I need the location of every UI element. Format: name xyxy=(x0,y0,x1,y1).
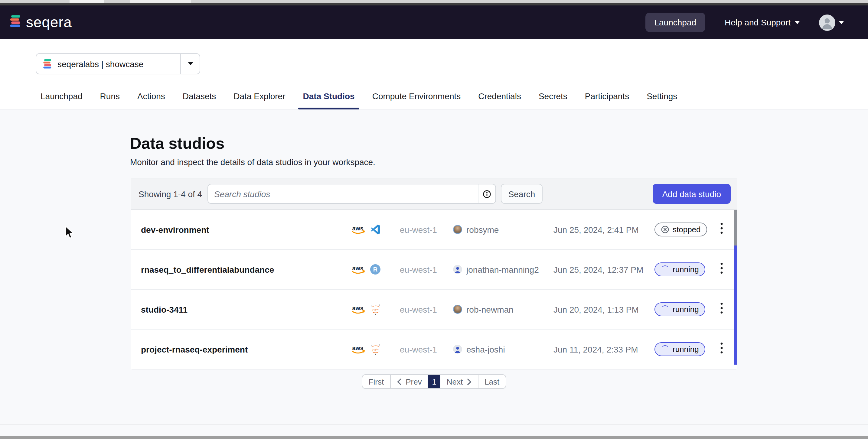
svg-text:aws: aws xyxy=(352,305,363,311)
tab-runs[interactable]: Runs xyxy=(95,91,125,109)
user-name: esha-joshi xyxy=(466,344,505,354)
pagination-last[interactable]: Last xyxy=(478,375,505,388)
created-date: Jun 11, 2024, 2:33 PM xyxy=(542,344,645,354)
search-button[interactable]: Search xyxy=(501,184,542,204)
status-label: running xyxy=(673,265,699,274)
status-cell: running xyxy=(645,262,708,276)
launchpad-button[interactable]: Launchpad xyxy=(645,13,705,32)
status-cell: running xyxy=(645,302,708,316)
chevron-down-icon xyxy=(839,21,844,24)
studio-icons: awsjupyter xyxy=(341,304,388,315)
screen: seqera Launchpad Help and Support xyxy=(0,0,868,439)
vscode-icon xyxy=(370,224,380,234)
status-label: stopped xyxy=(673,225,701,234)
row-menu-button[interactable] xyxy=(708,262,737,276)
page-subtitle: Monitor and inspect the details of data … xyxy=(130,157,868,167)
studio-icons: aws xyxy=(341,224,388,234)
studio-region: eu-west-1 xyxy=(388,344,441,354)
tab-data-explorer[interactable]: Data Explorer xyxy=(229,91,290,109)
help-and-support-menu[interactable]: Help and Support xyxy=(725,18,800,27)
chevron-down-icon xyxy=(795,21,800,24)
workspace-dropdown-button[interactable] xyxy=(181,62,199,65)
window-chrome-top xyxy=(0,0,868,3)
results-count: Showing 1-4 of 4 xyxy=(138,189,208,199)
window-chrome-divider xyxy=(0,3,868,5)
brand[interactable]: seqera xyxy=(10,14,72,31)
row-menu-button[interactable] xyxy=(708,302,737,316)
pagination-next[interactable]: Next xyxy=(441,375,478,388)
row-menu-button[interactable] xyxy=(708,342,737,356)
user-menu[interactable] xyxy=(819,14,844,31)
studio-icons: awsjupyter xyxy=(341,343,388,355)
scrollbar-thumb[interactable] xyxy=(734,210,737,246)
studio-region: eu-west-1 xyxy=(388,225,441,234)
chevron-left-icon xyxy=(397,378,401,385)
row-menu-button[interactable] xyxy=(708,222,737,237)
studio-user: robsyme xyxy=(441,225,542,234)
tab-participants[interactable]: Participants xyxy=(580,91,634,109)
svg-text:R: R xyxy=(373,266,378,273)
tab-launchpad[interactable]: Launchpad xyxy=(36,91,87,109)
navbar-actions: Launchpad Help and Support xyxy=(645,13,844,32)
studio-region: eu-west-1 xyxy=(388,264,441,274)
svg-text:aws: aws xyxy=(352,344,363,351)
table-row: dev-environmentawseu-west-1robsymeJun 25… xyxy=(131,210,737,249)
tab-actions[interactable]: Actions xyxy=(132,91,170,109)
table-toolbar: Showing 1-4 of 4 Search Add data studio xyxy=(131,178,737,210)
window-chrome-bottom xyxy=(0,436,868,439)
studio-name[interactable]: rnaseq_to_differentialabundance xyxy=(131,264,341,274)
help-and-support-label: Help and Support xyxy=(725,18,790,27)
svg-text:aws: aws xyxy=(352,264,363,271)
pagination-current-page[interactable]: 1 xyxy=(428,375,441,388)
status-badge: running xyxy=(654,342,706,356)
seqera-logo-icon xyxy=(10,14,21,31)
add-data-studio-button[interactable]: Add data studio xyxy=(652,184,731,204)
studio-name[interactable]: dev-environment xyxy=(131,225,341,234)
aws-icon: aws xyxy=(351,264,366,274)
table-row: project-rnaseq-experimentawsjupytereu-we… xyxy=(131,329,737,369)
aws-icon: aws xyxy=(351,305,366,314)
spinner-icon xyxy=(661,305,669,313)
pagination: First Prev 1 Next Last xyxy=(362,374,506,389)
created-date: Jun 25, 2024, 12:37 PM xyxy=(542,264,645,274)
workspace-tabs: LaunchpadRunsActionsDatasetsData Explore… xyxy=(36,91,682,109)
aws-icon: aws xyxy=(351,225,366,234)
user-name: rob-newman xyxy=(466,305,514,314)
user-name: robsyme xyxy=(466,225,499,234)
tab-settings[interactable]: Settings xyxy=(642,91,682,109)
aws-icon: aws xyxy=(351,344,366,354)
search-box xyxy=(208,184,496,204)
user-generic-avatar xyxy=(453,345,462,354)
seqera-logo-icon xyxy=(43,58,52,69)
table-row: rnaseq_to_differentialabundanceawsReu-we… xyxy=(131,249,737,289)
studio-name[interactable]: studio-3411 xyxy=(131,305,341,314)
rstudio-icon: R xyxy=(370,264,380,275)
top-navbar: seqera Launchpad Help and Support xyxy=(0,5,868,39)
tab-compute-environments[interactable]: Compute Environments xyxy=(368,91,466,109)
status-label: running xyxy=(673,345,699,354)
pagination-first[interactable]: First xyxy=(363,375,391,388)
status-cell: stopped xyxy=(645,222,708,237)
tab-secrets[interactable]: Secrets xyxy=(534,91,572,109)
svg-text:jupyter: jupyter xyxy=(372,348,379,351)
spinner-icon xyxy=(661,265,669,273)
user-avatar xyxy=(453,305,462,314)
search-input[interactable] xyxy=(208,184,478,203)
studios-table: Showing 1-4 of 4 Search Add data studio … xyxy=(131,178,737,370)
user-generic-avatar xyxy=(453,265,462,274)
workspace-header: seqeralabs | showcase LaunchpadRunsActio… xyxy=(0,39,868,109)
workspace-selector[interactable]: seqeralabs | showcase xyxy=(36,53,200,74)
user-photo-avatar xyxy=(453,225,462,234)
kebab-menu-icon xyxy=(720,262,723,274)
kebab-menu-icon xyxy=(720,222,723,234)
studio-name[interactable]: project-rnaseq-experiment xyxy=(131,344,341,354)
tab-datasets[interactable]: Datasets xyxy=(178,91,221,109)
tab-credentials[interactable]: Credentials xyxy=(473,91,526,109)
pagination-prev[interactable]: Prev xyxy=(391,375,428,388)
status-badge: running xyxy=(654,302,706,316)
user-avatar xyxy=(453,345,462,354)
svg-text:jupyter: jupyter xyxy=(372,308,379,311)
brand-wordmark: seqera xyxy=(26,14,72,31)
tab-data-studios[interactable]: Data Studios xyxy=(298,91,360,109)
info-icon[interactable] xyxy=(478,184,495,203)
